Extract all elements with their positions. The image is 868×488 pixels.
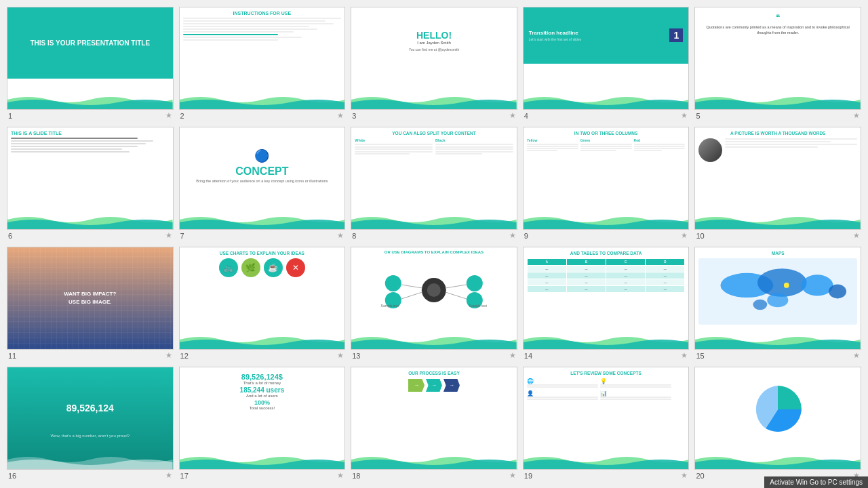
- slide-wrapper-1: THIS IS YOUR PRESENTATION TITLE 1 ★: [7, 7, 174, 121]
- slide18-number: 18: [352, 472, 360, 480]
- svg-point-16: [829, 285, 846, 299]
- slide4-star: ★: [681, 111, 688, 120]
- slide15-map-svg: [698, 258, 857, 325]
- svg-point-17: [768, 293, 789, 308]
- slide-wrapper-15: MAPS 15 ★: [694, 247, 861, 361]
- slide20-pie-svg: [751, 382, 805, 436]
- slide1-wave: [7, 94, 173, 109]
- slide-wrapper-7: 🔵 CONCEPT Bring the attention of your au…: [179, 127, 346, 241]
- slide8-number: 8: [352, 232, 356, 240]
- slide-thumb-17[interactable]: 89,526,124$ That's a lot of money 185,24…: [179, 367, 346, 470]
- slide4-headline: Transition headline: [529, 30, 581, 36]
- slide-wrapper-3: HELLO! I am Jayden Smith You can find me…: [351, 7, 517, 121]
- table-row: ————: [527, 272, 685, 279]
- slide13-wave: [351, 334, 517, 349]
- slide15-wave: [695, 334, 861, 349]
- slide-grid: THIS IS YOUR PRESENTATION TITLE 1 ★ INST…: [0, 0, 868, 488]
- slide19-footer: 19 ★: [523, 470, 690, 481]
- slide13-footer: 13 ★: [351, 350, 517, 361]
- slide10-star: ★: [853, 231, 860, 240]
- slide14-title: AND TABLES TO COMPARE DATA: [527, 251, 686, 256]
- slide12-star: ★: [337, 351, 344, 360]
- slide4-badge: 1: [669, 28, 683, 42]
- slide-thumb-2[interactable]: INSTRUCTIONS FOR USE: [179, 7, 346, 110]
- slide11-footer: 11 ★: [7, 350, 174, 361]
- slide-thumb-20[interactable]: [694, 367, 861, 470]
- slide-thumb-18[interactable]: OUR PROCESS IS EASY → → →: [351, 367, 517, 470]
- slide-thumb-19[interactable]: LET'S REVIEW SOME CONCEPTS 🌐 💡 👤: [523, 367, 690, 470]
- slide13-number: 13: [352, 352, 360, 360]
- slide-thumb-10[interactable]: A PICTURE IS WORTH A THOUSAND WORDS: [694, 127, 861, 230]
- slide19-block1: 🌐: [527, 378, 598, 388]
- slide-wrapper-19: LET'S REVIEW SOME CONCEPTS 🌐 💡 👤: [523, 367, 690, 481]
- slide6-footer: 6 ★: [7, 230, 174, 241]
- svg-point-15: [802, 274, 833, 296]
- slide-wrapper-18: OUR PROCESS IS EASY → → → 18 ★: [351, 367, 517, 481]
- slide13-star: ★: [509, 351, 516, 360]
- svg-point-2: [385, 275, 401, 291]
- slide19-wave: [524, 454, 689, 469]
- slide4-headline-wrap: Transition headline Let's start with the…: [529, 30, 581, 41]
- slide19-number: 19: [524, 472, 532, 480]
- slide3-sub: You can find me at @jaydensmith: [409, 47, 459, 52]
- slide15-number: 15: [696, 352, 704, 360]
- slide12-icon2: 🌿: [241, 258, 260, 277]
- slide1-star: ★: [165, 111, 172, 120]
- slide-thumb-6[interactable]: THIS IS A SLIDE TITLE: [7, 127, 174, 230]
- slide20-wave: [695, 454, 861, 469]
- slide6-wave: [7, 214, 173, 229]
- slide-thumb-7[interactable]: 🔵 CONCEPT Bring the attention of your au…: [179, 127, 346, 230]
- slide10-number: 10: [696, 232, 704, 240]
- svg-point-14: [757, 268, 807, 297]
- slide15-map: [698, 258, 857, 325]
- slide-thumb-3[interactable]: HELLO! I am Jayden Smith You can find me…: [351, 7, 517, 110]
- svg-line-6: [401, 285, 422, 288]
- slide17-num2: 185,244 users: [185, 386, 340, 394]
- slide3-name: I am Jayden Smith: [417, 41, 451, 45]
- slide10-footer: 10 ★: [694, 230, 861, 241]
- slide18-footer: 18 ★: [351, 470, 517, 481]
- svg-point-19: [784, 283, 789, 288]
- slide7-concept-area: 🔵 CONCEPT Bring the attention of your au…: [180, 127, 345, 204]
- table-row: ————: [527, 266, 685, 272]
- slide-thumb-15[interactable]: MAPS: [694, 247, 861, 350]
- slide-thumb-5[interactable]: ❝ Quotations are commonly printed as a m…: [694, 7, 861, 110]
- slide10-wave: [695, 214, 861, 229]
- slide-thumb-8[interactable]: YOU CAN ALSO SPLIT YOUR CONTENT White Bl…: [351, 127, 517, 230]
- svg-point-3: [467, 275, 483, 291]
- slide-thumb-13[interactable]: OR USE DIAGRAMS TO EXPLAIN COMPLEX IDEAS…: [351, 247, 517, 350]
- slide18-arrows: → → →: [355, 379, 513, 392]
- slide20-number: 20: [696, 472, 704, 480]
- slide8-wave: [351, 214, 517, 229]
- slide10-pic-area: [698, 138, 857, 162]
- slide11-text: WANT BIG IMPACT? USE BIG IMAGE.: [64, 290, 116, 306]
- slide-thumb-11[interactable]: WANT BIG IMPACT? USE BIG IMAGE.: [7, 247, 174, 350]
- table-row: ————: [527, 286, 685, 293]
- bottom-bar[interactable]: Activate Win Go to PC settings: [764, 476, 868, 488]
- slide3-number: 3: [352, 112, 356, 120]
- slide19-icon1: 🌐: [527, 378, 598, 384]
- slide-thumb-1[interactable]: THIS IS YOUR PRESENTATION TITLE: [7, 7, 174, 110]
- slide17-num1: 89,526,124$: [185, 373, 340, 381]
- slide-thumb-12[interactable]: USE CHARTS TO EXPLAIN YOUR IDEAS 🚲 🌿 ☕ ✕: [179, 247, 346, 350]
- slide1-number: 1: [8, 112, 12, 120]
- slide17-lbl1: That's a lot of money: [185, 381, 340, 385]
- slide-thumb-9[interactable]: IN TWO OR THREE COLUMNS Yellow Green: [523, 127, 690, 230]
- slide3-hello-area: HELLO! I am Jayden Smith You can find me…: [351, 7, 517, 74]
- slide-thumb-16[interactable]: 89,526,124 Wow, that's a big number, are…: [7, 367, 174, 470]
- slide19-title: LET'S REVIEW SOME CONCEPTS: [527, 371, 686, 375]
- slide6-number: 6: [8, 232, 12, 240]
- slide7-icon: 🔵: [254, 148, 269, 163]
- slide-thumb-4[interactable]: Transition headline Let's start with the…: [523, 7, 690, 110]
- slide-thumb-14[interactable]: AND TABLES TO COMPARE DATA A B C D ————: [523, 247, 690, 350]
- slide15-footer: 15 ★: [694, 350, 861, 361]
- slide17-num3: 100%: [185, 399, 340, 406]
- slide14-table: A B C D ———— ———— ————: [527, 258, 686, 293]
- slide15-star: ★: [853, 351, 860, 360]
- slide9-cols: Yellow Green Red: [527, 138, 686, 152]
- slide7-number: 7: [180, 232, 184, 240]
- slide19-icon3: 👤: [527, 390, 598, 396]
- slide8-title: YOU CAN ALSO SPLIT YOUR CONTENT: [355, 131, 513, 136]
- slide9-col3: Red: [634, 138, 686, 152]
- slide12-icon1: 🚲: [219, 258, 238, 277]
